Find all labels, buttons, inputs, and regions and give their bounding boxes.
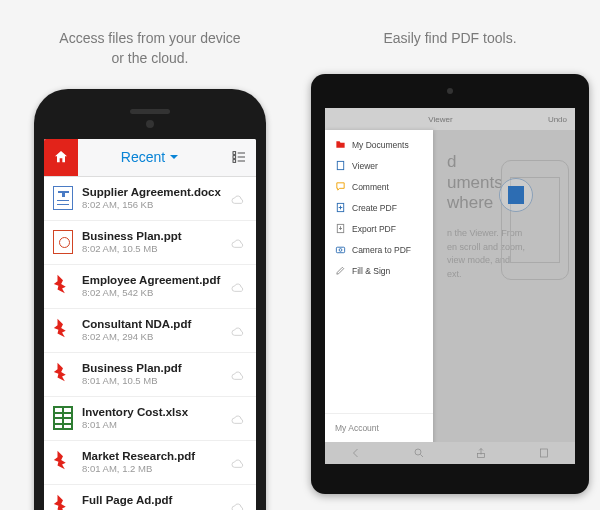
svg-rect-4	[233, 160, 236, 163]
svg-rect-9	[336, 248, 344, 254]
drawer-item-label: Create PDF	[352, 203, 397, 213]
file-text: Consultant NDA.pdf8:02 AM, 294 KB	[82, 318, 222, 342]
cloud-icon	[230, 500, 246, 510]
drawer-item[interactable]: Export PDF	[325, 218, 433, 239]
file-meta: 8:02 AM, 156 KB	[82, 199, 222, 210]
viewer-title: Viewer	[428, 115, 452, 124]
cloud-icon	[230, 324, 246, 336]
file-name: Supplier Agreement.docx	[82, 186, 222, 198]
file-text: Business Plan.ppt8:02 AM, 10.5 MB	[82, 230, 222, 254]
file-row[interactable]: Business Plan.ppt8:02 AM, 10.5 MB	[44, 221, 256, 265]
view-toggle-button[interactable]	[222, 149, 256, 165]
file-name: Business Plan.ppt	[82, 230, 222, 242]
left-caption: Access files from your device or the clo…	[59, 28, 240, 69]
caption-line: Access files from your device	[59, 30, 240, 46]
camera-icon	[335, 244, 346, 255]
file-row[interactable]: Inventory Cost.xlsx8:01 AM	[44, 397, 256, 441]
tablet-frame: Viewer Undo d uments where n the Viewer.…	[311, 74, 589, 494]
file-row[interactable]: Full Page Ad.pdf8:01 AM	[44, 485, 256, 510]
drawer-item[interactable]: Fill & Sign	[325, 260, 433, 281]
drawer-item[interactable]: My Documents	[325, 134, 433, 155]
drawer-item[interactable]: Viewer	[325, 155, 433, 176]
file-name: Consultant NDA.pdf	[82, 318, 222, 330]
file-type-icon	[52, 361, 74, 387]
caption-line: or the cloud.	[111, 50, 188, 66]
recent-dropdown[interactable]: Recent	[78, 149, 222, 165]
drawer-item[interactable]: Create PDF	[325, 197, 433, 218]
create-icon	[335, 202, 346, 213]
file-type-icon	[52, 273, 74, 299]
file-type-icon	[52, 493, 74, 510]
drawer-item[interactable]: Camera to PDF	[325, 239, 433, 260]
drawer-item-label: My Account	[335, 423, 379, 433]
file-text: Inventory Cost.xlsx8:01 AM	[82, 406, 222, 430]
bg-line: d	[447, 152, 456, 171]
drawer-item-label: Export PDF	[352, 224, 396, 234]
file-name: Business Plan.pdf	[82, 362, 222, 374]
svg-rect-2	[233, 156, 236, 159]
phone-frame: Recent Supplier Agreement.docx8:02 AM, 1…	[34, 89, 266, 510]
home-button[interactable]	[44, 139, 78, 177]
file-meta: 8:02 AM, 294 KB	[82, 331, 222, 342]
svg-line-12	[420, 455, 423, 458]
drawer-main: My DocumentsViewerCommentCreate PDFExpor…	[325, 130, 433, 413]
file-row[interactable]: Consultant NDA.pdf8:02 AM, 294 KB	[44, 309, 256, 353]
left-panel: Access files from your device or the clo…	[0, 0, 300, 510]
svg-rect-14	[540, 449, 547, 457]
file-type-icon	[52, 449, 74, 475]
recent-label: Recent	[121, 149, 165, 165]
tablet-screen: Viewer Undo d uments where n the Viewer.…	[325, 108, 575, 464]
file-row[interactable]: Business Plan.pdf8:01 AM, 10.5 MB	[44, 353, 256, 397]
bg-line: where	[447, 193, 493, 212]
bookmark-icon[interactable]	[538, 447, 550, 459]
file-row[interactable]: Market Research.pdf8:01 AM, 1.2 MB	[44, 441, 256, 485]
export-icon	[335, 223, 346, 234]
share-icon[interactable]	[475, 447, 487, 459]
phone-topbar: Recent	[44, 139, 256, 177]
drawer-item-label: Comment	[352, 182, 389, 192]
drawer-item-label: My Documents	[352, 140, 409, 150]
file-name: Employee Agreement.pdf	[82, 274, 222, 286]
tablet-toolbar	[325, 442, 575, 464]
drawer-item-label: Fill & Sign	[352, 266, 390, 276]
bg-line: ext.	[447, 269, 462, 279]
bg-line: uments	[447, 173, 503, 192]
cloud-icon	[230, 192, 246, 204]
file-meta: 8:01 AM, 10.5 MB	[82, 375, 222, 386]
tablet-header: Viewer Undo	[325, 108, 575, 130]
back-icon[interactable]	[350, 447, 362, 459]
chevron-down-icon	[169, 152, 179, 162]
cloud-icon	[230, 368, 246, 380]
file-name: Market Research.pdf	[82, 450, 222, 462]
file-row[interactable]: Employee Agreement.pdf8:02 AM, 542 KB	[44, 265, 256, 309]
svg-rect-0	[233, 152, 236, 155]
folder-icon	[335, 139, 346, 150]
drawer-item[interactable]: Comment	[325, 176, 433, 197]
drawer-item-label: Viewer	[352, 161, 378, 171]
file-name: Full Page Ad.pdf	[82, 494, 222, 506]
search-icon[interactable]	[413, 447, 425, 459]
svg-point-11	[415, 449, 421, 455]
undo-button[interactable]: Undo	[548, 115, 567, 124]
right-panel: Easily find PDF tools. Viewer Undo d ume…	[300, 0, 600, 510]
file-type-icon	[52, 405, 74, 431]
file-text: Market Research.pdf8:01 AM, 1.2 MB	[82, 450, 222, 474]
file-text: Employee Agreement.pdf8:02 AM, 542 KB	[82, 274, 222, 298]
file-meta: 8:01 AM	[82, 419, 222, 430]
pen-icon	[335, 265, 346, 276]
phone-screen: Recent Supplier Agreement.docx8:02 AM, 1…	[44, 139, 256, 510]
file-row[interactable]: Supplier Agreement.docx8:02 AM, 156 KB	[44, 177, 256, 221]
right-caption: Easily find PDF tools.	[383, 28, 516, 48]
drawer-footer-item[interactable]: My Account	[325, 418, 433, 438]
background-content: d uments where n the Viewer. From en scr…	[433, 130, 575, 442]
file-list[interactable]: Supplier Agreement.docx8:02 AM, 156 KBBu…	[44, 177, 256, 510]
svg-rect-6	[337, 162, 343, 170]
file-text: Business Plan.pdf8:01 AM, 10.5 MB	[82, 362, 222, 386]
file-type-icon	[52, 229, 74, 255]
home-icon	[53, 149, 69, 165]
file-meta: 8:02 AM, 542 KB	[82, 287, 222, 298]
file-text: Supplier Agreement.docx8:02 AM, 156 KB	[82, 186, 222, 210]
svg-point-10	[339, 249, 342, 252]
comment-icon	[335, 181, 346, 192]
cloud-icon	[230, 236, 246, 248]
